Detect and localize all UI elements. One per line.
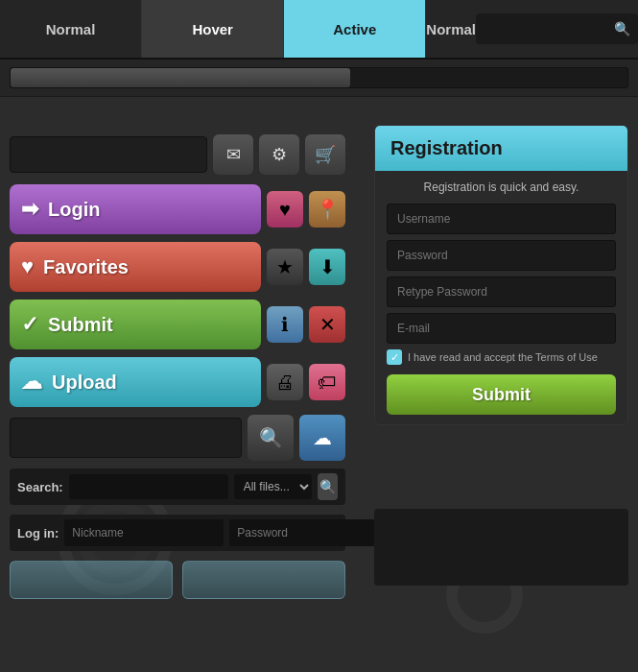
upload-label: Upload (52, 372, 117, 394)
printer-button[interactable]: 🖨 (267, 364, 303, 400)
cart-icon: 🛒 (315, 144, 336, 165)
terms-row: ✓ I have read and accept the Terms of Us… (387, 349, 616, 365)
reg-submit-label: Submit (472, 385, 531, 404)
login-label: Login (48, 199, 100, 221)
dark-box (374, 509, 628, 586)
download-button[interactable]: ⬇ (309, 249, 345, 285)
top-nav: Normal Hover Active Normal 🔍 (0, 0, 638, 60)
search-bar-label: Search: (17, 480, 63, 494)
registration-box: Registration Registration is quick and e… (374, 125, 628, 425)
tab-normal-2[interactable]: Normal 🔍 (426, 0, 638, 58)
password-field[interactable] (387, 240, 616, 271)
search-tab-box: 🔍 (476, 13, 638, 44)
right-bottom (365, 509, 638, 586)
heart-icon: ♥ (279, 199, 291, 221)
pin-button[interactable]: 📍 (309, 191, 345, 228)
tab-label-2: Normal (426, 21, 476, 37)
upload-button[interactable]: ☁ Upload (10, 357, 261, 407)
info-icon: ℹ (281, 313, 289, 336)
tab-hover[interactable]: Hover (142, 0, 284, 58)
tab-label-active: Active (333, 21, 376, 37)
star-icon: ★ (276, 255, 294, 278)
registration-title: Registration (390, 137, 503, 158)
favorites-button[interactable]: ♥ Favorites (10, 242, 261, 292)
small-icon-row: 🔍 ☁ (10, 415, 345, 461)
cloud-upload-icon: ☁ (313, 426, 332, 449)
retype-password-field[interactable] (387, 276, 616, 307)
tab-active[interactable]: Active (284, 0, 426, 58)
search-bar: Search: All files... 🔍 (10, 468, 345, 505)
tag-icon: 🏷 (318, 372, 337, 394)
email-button[interactable]: ✉ (213, 134, 253, 175)
upload-row: ☁ Upload 🖨 🏷 (10, 357, 345, 407)
search-btn[interactable]: 🔍 (248, 415, 294, 461)
upload-icon: ☁ (21, 370, 42, 395)
tab-label-hover: Hover (192, 21, 233, 37)
progress-section (0, 60, 638, 97)
search-icon-2: 🔍 (259, 426, 283, 449)
glass-button-1[interactable] (10, 561, 173, 599)
close-button[interactable]: ✕ (309, 306, 345, 343)
email-field[interactable] (387, 313, 616, 344)
search-dropdown[interactable]: All files... (234, 474, 312, 499)
login-arrow-icon: ➡ (21, 197, 38, 222)
glass-button-2[interactable] (182, 561, 345, 599)
main-text-input[interactable] (10, 136, 207, 173)
main-container: Normal Hover Active Normal 🔍 ✉ ⚙ (0, 0, 638, 672)
registration-header: Registration (375, 126, 627, 171)
gear-icon: ⚙ (272, 144, 287, 165)
favorites-heart-icon: ♥ (21, 254, 34, 279)
input-icon-row: ✉ ⚙ 🛒 (10, 134, 345, 175)
settings-button[interactable]: ⚙ (259, 134, 299, 175)
favorites-row: ♥ Favorites ★ ⬇ (10, 242, 345, 292)
registration-body: Registration is quick and easy. ✓ I have… (375, 171, 627, 424)
progress-bar-inner (11, 68, 350, 87)
info-button[interactable]: ℹ (267, 306, 303, 343)
cart-button[interactable]: 🛒 (305, 134, 345, 175)
search-go-icon: 🔍 (319, 479, 336, 494)
nickname-input[interactable] (64, 519, 224, 546)
heart-button[interactable]: ♥ (267, 191, 303, 228)
tag-button[interactable]: 🏷 (309, 364, 345, 400)
login-button[interactable]: ➡ Login (10, 184, 261, 234)
search-go-button[interactable]: 🔍 (318, 473, 338, 500)
tab-normal-1[interactable]: Normal (0, 0, 142, 58)
wide-input (10, 418, 242, 458)
check-mark-icon: ✓ (390, 351, 399, 364)
submit-label: Submit (48, 314, 113, 336)
printer-icon: 🖨 (275, 372, 295, 394)
login-row: ➡ Login ♥ 📍 (10, 184, 345, 234)
star-button[interactable]: ★ (267, 249, 303, 285)
glass-btn-row (10, 561, 345, 599)
search-icon: 🔍 (614, 21, 630, 36)
terms-checkbox[interactable]: ✓ (387, 349, 402, 365)
submit-row: ✓ Submit ℹ ✕ (10, 300, 345, 349)
submit-button[interactable]: ✓ Submit (10, 300, 261, 349)
progress-bar-outer (10, 67, 628, 88)
login-bar-label: Log in: (17, 526, 59, 540)
cloud-btn[interactable]: ☁ (299, 415, 345, 461)
search-input[interactable] (69, 474, 228, 499)
right-panel: Registration Registration is quick and e… (365, 125, 638, 425)
username-field[interactable] (387, 204, 616, 234)
registration-submit-button[interactable]: Submit (387, 374, 616, 415)
login-bar: Log in: 👤 (10, 515, 345, 551)
favorites-label: Favorites (43, 256, 129, 278)
download-icon: ⬇ (319, 255, 336, 278)
terms-label: I have read and accept the Terms of Use (408, 351, 598, 363)
check-icon: ✓ (21, 312, 38, 337)
email-icon: ✉ (226, 144, 241, 165)
pin-icon: 📍 (316, 198, 340, 221)
close-icon: ✕ (319, 313, 336, 336)
tab-label-1: Normal (46, 21, 96, 37)
left-panel: ✉ ⚙ 🛒 ➡ Login ♥ 📍 ♥ (0, 125, 355, 609)
registration-subtitle: Registration is quick and easy. (387, 180, 616, 194)
